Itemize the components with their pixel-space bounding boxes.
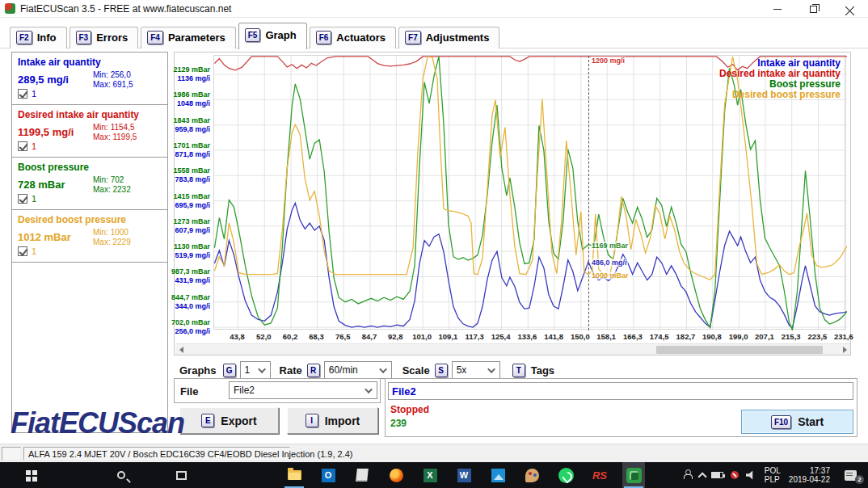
tab-errors[interactable]: F3 Errors (70, 27, 139, 48)
taskbar-icon-onenote[interactable] (351, 462, 373, 488)
parameter-sidebar: Intake air quantity 289,5 mg/i Min: 256,… (11, 52, 168, 433)
y-tick-mgi: 1136 mg/i (162, 74, 210, 82)
taskbar-icon-start[interactable] (19, 462, 42, 488)
taskbar-icon-search[interactable] (110, 462, 133, 488)
tags-label: Tags (531, 364, 554, 377)
taskbar-icon-rs-component[interactable] (588, 462, 611, 488)
y-tick-mgi: 256,0 mg/i (162, 327, 210, 335)
y-tick-mgi: 871,8 mg/i (162, 150, 210, 158)
y-tick-mgi: 1048 mg/i (162, 99, 210, 107)
import-button[interactable]: I Import (287, 407, 378, 434)
clock[interactable]: 17:37 2019-04-22 (789, 466, 830, 484)
y-tick-mgi: 959,8 mg/i (162, 125, 210, 133)
x-tick: 60,2 (276, 332, 305, 341)
channel-label: 1 (32, 246, 36, 256)
scale-select[interactable]: 5x (452, 361, 500, 379)
x-tick: 190,8 (697, 332, 727, 341)
param-min: Min: 1154,5 (93, 123, 137, 133)
taskbar-icon-outlook[interactable] (317, 462, 339, 488)
y-tick-mbar: 1415 mBar (162, 192, 210, 200)
notification-icon[interactable]: 2 (838, 470, 860, 481)
param-min: Min: 256,0 (93, 70, 133, 80)
f10-keycap: F10 (771, 415, 791, 429)
file-select[interactable]: File2 (229, 381, 377, 399)
f4-keycap: F4 (147, 31, 163, 44)
graphs-select[interactable]: 1 (240, 361, 271, 379)
chevron-down-icon (364, 385, 373, 393)
taskbar-icon-file-explorer[interactable] (283, 462, 305, 488)
x-tick: 166,3 (618, 332, 647, 341)
onenote-icon (356, 469, 369, 482)
fiatecuscan-icon (626, 468, 642, 483)
file-name-input[interactable] (388, 382, 853, 400)
volume-icon[interactable] (746, 470, 757, 480)
x-tick: 84,7 (355, 332, 384, 341)
fiatecuscan-window: FiatECUScan 3.5 - FREE at www.fiatecusca… (0, 0, 868, 488)
measure-cursor[interactable] (588, 56, 589, 330)
x-tick: 182,7 (671, 332, 700, 341)
channel-label: 1 (32, 89, 36, 99)
x-tick: 76,5 (328, 332, 357, 341)
taskbar-icon-whatsapp[interactable] (554, 462, 577, 488)
taskbar-icon-firefox[interactable] (385, 462, 407, 488)
status-bar: ALFA 159 2.4 MJET 20V / Bosch EDC16C39 C… (0, 444, 868, 462)
scroll-left-icon[interactable] (175, 344, 187, 355)
y-tick-mbar: 987,3 mBar (162, 267, 210, 276)
param-max: Max: 691,5 (93, 80, 133, 90)
minimize-button[interactable] (759, 0, 795, 18)
taskbar-icon-photos[interactable] (487, 462, 509, 488)
export-button[interactable]: E Export (179, 407, 279, 434)
x-tick: 133,6 (512, 332, 541, 341)
chevron-up-icon[interactable] (697, 472, 704, 478)
param-card-boost-pressure[interactable]: Boost pressure 728 mBar Min: 702 Max: 22… (12, 158, 167, 210)
x-tick: 92,8 (381, 332, 410, 341)
channel-label: 1 (32, 194, 36, 204)
close-button[interactable] (832, 0, 868, 18)
photos-icon (491, 469, 505, 482)
taskbar-icon-word[interactable] (453, 462, 475, 488)
tab-parameters[interactable]: F4 Parameters (141, 27, 236, 48)
close-icon (845, 5, 854, 14)
taskbar-icon-fiatecuscan[interactable] (622, 462, 645, 488)
graphs-keycap: G (223, 364, 236, 377)
cursor-value-label: 1200 mg/i (591, 57, 626, 65)
f3-keycap: F3 (76, 31, 92, 44)
channel-checkbox[interactable] (18, 141, 27, 151)
restore-button[interactable] (795, 0, 832, 18)
muted-icon[interactable] (731, 471, 739, 479)
taskbar-icon-task-view[interactable] (170, 462, 192, 488)
word-icon (457, 469, 471, 482)
battery-icon[interactable] (711, 472, 723, 478)
scroll-right-icon[interactable] (839, 344, 850, 355)
taskbar-icon-excel[interactable] (419, 462, 441, 488)
param-card-intake-air[interactable]: Intake air quantity 289,5 mg/i Min: 256,… (12, 53, 167, 105)
channel-checkbox[interactable] (18, 194, 27, 204)
x-tick: 68,3 (301, 332, 331, 341)
tab-info[interactable]: F2 Info (10, 27, 67, 48)
param-card-desired-boost-pressure[interactable]: Desired boost pressure 1012 mBar Min: 10… (12, 210, 167, 263)
f5-keycap: F5 (245, 28, 261, 42)
y-tick-mgi: 431,9 mg/i (162, 276, 210, 284)
tab-graph[interactable]: F5 Graph (238, 23, 307, 49)
chart-scrollbar[interactable] (175, 343, 850, 355)
start-button[interactable]: F10 Start (741, 410, 853, 434)
x-tick: 43,8 (223, 332, 252, 341)
param-max: Max: 1199,5 (93, 133, 137, 142)
rate-select[interactable]: 60/min (324, 361, 392, 379)
y-tick-mgi: 607,9 mg/i (162, 226, 210, 234)
y-tick-mbar: 1273 mBar (162, 217, 210, 225)
tab-actuators[interactable]: F6 Actuators (310, 27, 396, 48)
channel-checkbox[interactable] (18, 246, 27, 256)
x-axis-labels: 43,852,060,268,376,584,792,8101,0109,111… (213, 332, 846, 343)
window-title: FiatECUScan 3.5 - FREE at www.fiatecusca… (20, 3, 231, 15)
outlook-icon (322, 469, 335, 482)
graphs-label: Graphs (179, 364, 217, 377)
channel-checkbox[interactable] (18, 89, 27, 99)
param-card-desired-intake-air[interactable]: Desired intake air quantity 1199,5 mg/i … (12, 105, 167, 158)
taskbar-icon-paint[interactable] (520, 462, 543, 488)
tab-adjustments[interactable]: F7 Adjustments (398, 27, 499, 48)
scrollbar-thumb[interactable] (656, 346, 823, 354)
plot-area[interactable]: Intake air quantity Desired intake air q… (213, 55, 846, 330)
language-indicator[interactable]: POL PLP (765, 466, 781, 484)
people-icon[interactable] (684, 472, 690, 478)
